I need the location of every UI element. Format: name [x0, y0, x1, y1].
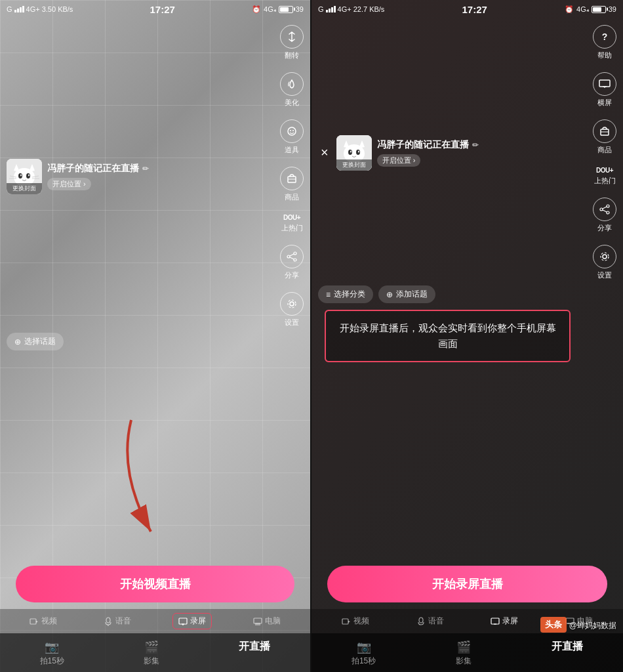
props-btn[interactable]: 道具 — [280, 119, 304, 155]
carrier-left: G — [7, 5, 12, 13]
beauty-svg — [286, 78, 298, 90]
category-btn[interactable]: ≡ 选择分类 — [318, 285, 373, 303]
signal-bars-left — [14, 6, 24, 12]
props-label: 道具 — [285, 145, 299, 155]
mode-screen-left[interactable]: 录屏 — [172, 613, 212, 629]
help-label: 帮助 — [597, 51, 612, 60]
settings-svg-right — [599, 251, 611, 262]
bottom-area-left: 开始视频直播 视频 语音 录屏 电脑 — [0, 566, 310, 672]
rvideo-tab-label: 视频 — [353, 616, 369, 627]
rvoice-tab-label: 语音 — [428, 616, 444, 627]
album-label-right: 影集 — [456, 656, 472, 667]
dou-label-top: DOU+ — [283, 214, 300, 221]
change-cover-right[interactable]: 更换封面 — [336, 159, 372, 171]
mode-video-left[interactable]: 视频 — [24, 613, 62, 629]
topic-btn[interactable]: ⊕ 选择话题 — [7, 333, 64, 350]
svg-point-39 — [348, 150, 352, 155]
svg-rect-29 — [179, 618, 187, 624]
bottom-nav-left: 📷 拍15秒 🎬 影集 开直播 — [0, 633, 310, 672]
location-arrow-right: › — [413, 156, 416, 164]
mode-screen-right[interactable]: 录屏 — [485, 613, 523, 629]
battery-fill-right — [593, 7, 602, 12]
flip-label: 翻转 — [285, 51, 299, 60]
mode-voice-left[interactable]: 语音 — [98, 613, 136, 629]
nav-album-left[interactable]: 🎬 影集 — [144, 640, 159, 667]
avatar-img-right: 更换封面 — [336, 135, 372, 171]
svg-point-7 — [28, 174, 30, 176]
share-label-left: 分享 — [285, 270, 299, 280]
goods-icon-left — [280, 167, 304, 190]
edit-icon-right[interactable]: ✏ — [472, 140, 479, 150]
dou-btn-left[interactable]: DOU+ 上热门 — [281, 214, 303, 233]
header-row-left: 更换封面 冯胖子的随记正在直播 ✏ 开启位置 › — [7, 25, 304, 327]
share-btn-right[interactable]: 分享 — [593, 198, 616, 233]
right-icons-right: ? 帮助 横屏 — [593, 25, 616, 280]
mode-video-right[interactable]: 视频 — [336, 613, 374, 629]
capture-label-left: 拍15秒 — [40, 656, 64, 667]
location-btn-left[interactable]: 开启位置 › — [47, 178, 91, 190]
change-cover-left[interactable]: 更换封面 — [7, 183, 42, 194]
start-screen-btn[interactable]: 开始录屏直播 — [327, 566, 607, 602]
hashtag-btn[interactable]: ⊕ 添加话题 — [378, 285, 435, 303]
mode-pc-left[interactable]: 电脑 — [248, 613, 286, 629]
edit-icon-left[interactable]: ✏ — [142, 164, 149, 173]
svg-rect-58 — [491, 618, 499, 624]
nav-live-right[interactable]: 开直播 — [552, 640, 583, 667]
svg-point-12 — [288, 127, 296, 135]
mode-voice-right[interactable]: 语音 — [411, 613, 449, 629]
network-type-right: 4G₄ — [576, 5, 589, 14]
start-video-btn[interactable]: 开始视频直播 — [16, 566, 294, 602]
svg-point-57 — [419, 618, 423, 623]
svg-line-21 — [290, 257, 294, 259]
album-icon-left: 🎬 — [144, 640, 159, 654]
nav-live-left[interactable]: 开直播 — [239, 640, 270, 667]
share-icon-right — [593, 198, 616, 221]
network-type-left: 4G₄ — [264, 5, 276, 14]
close-btn-right[interactable]: × — [318, 142, 331, 163]
goods-btn-left[interactable]: 商品 — [280, 167, 304, 202]
bar4 — [22, 6, 24, 12]
signal-bars-right — [326, 6, 336, 12]
screencast-icon — [593, 72, 616, 96]
rvoice-tab-icon — [416, 617, 426, 626]
avatar-right: 更换封面 — [336, 135, 372, 171]
beauty-btn[interactable]: 美化 — [280, 72, 304, 108]
help-btn[interactable]: ? 帮助 — [593, 25, 616, 60]
bottom-nav-right: 📷 拍15秒 🎬 影集 开直播 — [312, 633, 623, 672]
share-btn-left[interactable]: 分享 — [280, 245, 304, 280]
settings-btn-left[interactable]: 设置 — [280, 292, 304, 327]
flip-btn[interactable]: 翻转 — [280, 25, 304, 60]
nav-album-right[interactable]: 🎬 影集 — [456, 640, 472, 667]
capture-icon-left: 📷 — [45, 640, 59, 654]
status-left-right: G 4G+ 22.7 KB/s — [318, 5, 384, 13]
topic-label: 选择话题 — [24, 336, 56, 347]
battery-right — [592, 6, 606, 13]
profile-name-row-right: 冯胖子的随记正在直播 ✏ — [377, 139, 593, 151]
screencast-label: 横屏 — [597, 98, 612, 108]
watermark-row: 头条 @蝉妈妈数据 — [540, 617, 616, 633]
nav-capture-right[interactable]: 📷 拍15秒 — [352, 640, 376, 667]
svg-point-14 — [292, 130, 294, 131]
svg-point-17 — [294, 252, 296, 255]
svg-point-18 — [287, 255, 290, 258]
profile-info-left: 冯胖子的随记正在直播 ✏ 开启位置 › — [47, 163, 280, 190]
status-right-right: ⏰ 4G₄ 39 — [565, 5, 616, 14]
nav-capture-left[interactable]: 📷 拍15秒 — [40, 640, 64, 667]
status-bar-left: G 4G+ 3.50 KB/s 17:27 ⏰ 4G₄ 39 — [0, 0, 310, 18]
profile-info-right: 冯胖子的随记正在直播 ✏ 开启位置 › — [377, 139, 593, 167]
dou-btn-right[interactable]: DOU+ 上热门 — [594, 167, 616, 186]
album-icon-right: 🎬 — [456, 640, 471, 654]
battery-pct-left: 39 — [296, 5, 304, 13]
profile-name-right: 冯胖子的随记正在直播 — [377, 139, 469, 151]
location-btn-right[interactable]: 开启位置 › — [377, 154, 421, 167]
svg-point-42 — [358, 150, 359, 152]
settings-btn-right[interactable]: 设置 — [593, 245, 616, 280]
watermark-logo: 头条 — [540, 617, 567, 633]
screencast-btn[interactable]: 横屏 — [593, 72, 616, 108]
category-label: 选择分类 — [334, 289, 365, 300]
goods-btn-right[interactable]: 商品 — [593, 119, 616, 155]
live-label-left: 开直播 — [239, 640, 270, 654]
settings-svg-left — [286, 298, 298, 310]
header-row-right: × — [318, 25, 616, 280]
svg-point-19 — [294, 259, 296, 261]
